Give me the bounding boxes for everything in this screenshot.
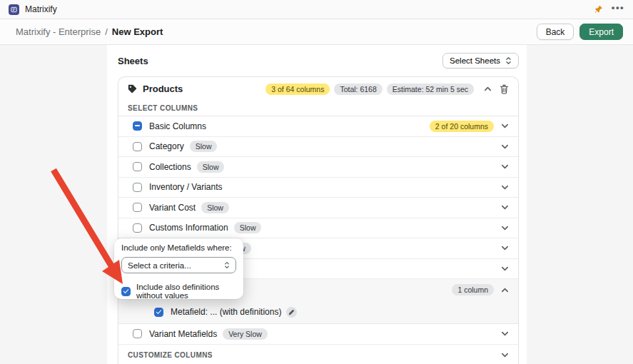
row-label: Variant Metafields	[149, 329, 217, 339]
main-content: Sheets Select Sheets Products 3 of 64 co…	[107, 45, 527, 364]
back-button[interactable]: Back	[537, 24, 574, 40]
products-sheet-card: Products 3 of 64 columns Total: 6168 Est…	[118, 76, 519, 364]
chevron-down-icon[interactable]	[501, 203, 509, 211]
chevron-down-icon[interactable]	[501, 330, 509, 338]
column-group-row-customs-information[interactable]: Customs Information Slow	[118, 218, 518, 239]
chevron-down-icon[interactable]	[501, 224, 509, 232]
customize-columns-header[interactable]: CUSTOMIZE COLUMNS	[118, 345, 518, 364]
include-definitions-label: Include also definitions without values	[136, 283, 236, 300]
sort-arrows-icon	[224, 261, 230, 269]
estimate-badge: Estimate: 52 min 5 sec	[387, 84, 474, 95]
metafields-options-callout: Include only Metafields where: Select a …	[114, 238, 243, 299]
tag-icon	[128, 84, 137, 93]
select-sheets-button[interactable]: Select Sheets	[442, 53, 519, 69]
total-badge: Total: 6168	[334, 84, 382, 95]
top-bar: Matrixify •••	[0, 0, 633, 19]
slow-badge: Slow	[190, 141, 218, 152]
pin-icon[interactable]	[594, 5, 603, 14]
column-group-row-inventory-variants[interactable]: Inventory / Variants	[118, 178, 518, 198]
breadcrumb-parent[interactable]: Matrixify - Enterprise	[16, 26, 101, 37]
chevron-down-icon[interactable]	[501, 265, 509, 273]
columns-count-badge: 3 of 64 columns	[265, 84, 330, 95]
checkbox-include-definitions[interactable]	[121, 287, 131, 296]
column-group-row-variant-cost[interactable]: Variant Cost Slow	[118, 198, 518, 218]
include-definitions-option[interactable]: Include also definitions without values	[121, 283, 236, 300]
checkbox-collections[interactable]	[133, 162, 142, 171]
checkbox-variant-metafields[interactable]	[133, 329, 142, 338]
page-header: Matrixify - Enterprise / New Export Back…	[0, 19, 633, 45]
column-count-badge: 1 column	[452, 284, 494, 295]
metafields-filter-label: Include only Metafields where:	[121, 243, 236, 252]
chevron-down-icon[interactable]	[501, 244, 509, 252]
slow-badge: Slow	[234, 222, 262, 233]
column-group-row-basic-columns[interactable]: Basic Columns 2 of 20 columns	[118, 116, 518, 137]
sort-arrows-icon	[505, 56, 512, 65]
customize-columns-label: CUSTOMIZE COLUMNS	[128, 351, 213, 359]
more-actions-icon[interactable]: •••	[612, 4, 624, 14]
criteria-select-value: Select a criteria...	[128, 261, 191, 270]
column-group-row-category[interactable]: Category Slow	[118, 137, 518, 158]
chevron-down-icon[interactable]	[501, 122, 509, 130]
slow-badge: Slow	[197, 161, 225, 173]
slow-badge: Slow	[201, 202, 229, 213]
chevron-up-icon[interactable]	[501, 286, 509, 294]
collapse-sheet-icon[interactable]	[484, 85, 492, 93]
products-card-header: Products 3 of 64 columns Total: 6168 Est…	[118, 77, 518, 101]
row-label: Customs Information	[149, 223, 228, 233]
chevron-down-icon[interactable]	[501, 183, 509, 191]
row-label: Basic Columns	[149, 121, 206, 131]
app-title: Matrixify	[25, 4, 57, 14]
chevron-down-icon[interactable]	[501, 351, 509, 359]
checkbox-customs-information[interactable]	[133, 223, 142, 233]
checkbox-category[interactable]	[133, 142, 142, 151]
very-slow-badge: Very Slow	[223, 328, 268, 340]
checkbox-variant-cost[interactable]	[133, 203, 142, 212]
checkbox-basic-columns[interactable]	[133, 121, 142, 131]
checkbox-inventory-variants[interactable]	[133, 183, 142, 192]
metafield-definition-row[interactable]: Metafield: ... (with definitions)	[118, 300, 518, 323]
column-group-row-variant-metafields[interactable]: Variant Metafields Very Slow	[118, 324, 518, 345]
breadcrumb-separator: /	[105, 26, 108, 37]
checkbox-metafield-definition[interactable]	[154, 308, 163, 317]
chevron-down-icon[interactable]	[501, 143, 509, 151]
delete-sheet-icon[interactable]	[500, 84, 509, 94]
row-label: Category	[149, 141, 184, 151]
select-columns-heading: SELECT COLUMNS	[118, 101, 518, 116]
edit-metafield-icon[interactable]	[286, 307, 297, 318]
row-label: Inventory / Variants	[149, 182, 223, 192]
column-group-row-collections[interactable]: Collections Slow	[118, 157, 518, 178]
matrixify-app-icon	[9, 4, 19, 15]
chevron-down-icon[interactable]	[501, 163, 509, 171]
select-sheets-label: Select Sheets	[450, 56, 500, 65]
export-button[interactable]: Export	[579, 24, 623, 40]
criteria-select[interactable]: Select a criteria...	[121, 257, 236, 273]
row-label: Collections	[149, 162, 191, 172]
sheet-title: Products	[143, 84, 183, 94]
page-title: New Export	[112, 26, 163, 37]
row-count-badge: 2 of 20 columns	[430, 121, 494, 132]
row-label: Variant Cost	[149, 203, 196, 213]
row-label: Metafield: ... (with definitions)	[171, 307, 281, 317]
sheets-heading: Sheets	[118, 56, 148, 66]
